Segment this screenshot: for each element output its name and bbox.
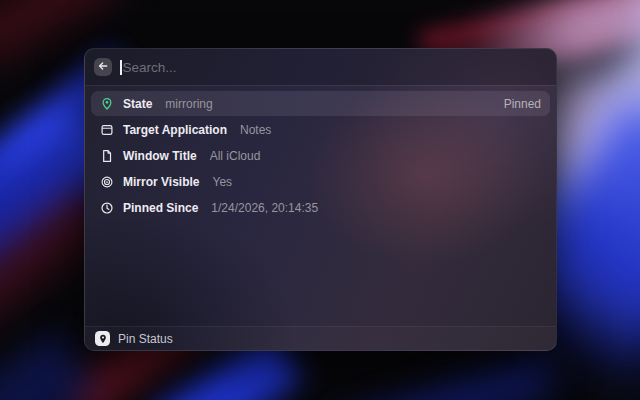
list-item-target-application[interactable]: Target Application Notes xyxy=(91,117,550,142)
pinned-badge: Pinned xyxy=(504,97,541,111)
location-pin-icon xyxy=(100,97,114,111)
list-item-pinned-since[interactable]: Pinned Since 1/24/2026, 20:14:35 xyxy=(91,195,550,220)
item-title: State xyxy=(123,97,152,111)
document-icon xyxy=(100,149,114,163)
extension-name: Pin Status xyxy=(118,332,173,346)
text-caret xyxy=(120,60,122,75)
footer-bar: Pin Status xyxy=(85,327,556,350)
search-field-wrap xyxy=(120,49,547,85)
clock-icon xyxy=(100,201,114,215)
screen: State mirroring Pinned Target Applicatio… xyxy=(0,0,640,400)
list-item-mirror-visible[interactable]: Mirror Visible Yes xyxy=(91,169,550,194)
item-title: Pinned Since xyxy=(123,201,198,215)
launcher-window: State mirroring Pinned Target Applicatio… xyxy=(84,48,557,351)
item-title: Target Application xyxy=(123,123,227,137)
detail-list: State mirroring Pinned Target Applicatio… xyxy=(85,86,556,326)
item-value: 1/24/2026, 20:14:35 xyxy=(211,201,318,215)
search-header xyxy=(85,49,556,85)
wallpaper-streak xyxy=(329,352,556,400)
app-window-icon xyxy=(100,123,114,137)
eye-icon xyxy=(100,175,114,189)
search-input[interactable] xyxy=(123,60,548,75)
list-item-state[interactable]: State mirroring Pinned xyxy=(91,91,550,116)
item-value: mirroring xyxy=(165,97,212,111)
item-title: Mirror Visible xyxy=(123,175,199,189)
list-item-window-title[interactable]: Window Title All iCloud xyxy=(91,143,550,168)
back-button[interactable] xyxy=(94,58,112,76)
item-title: Window Title xyxy=(123,149,197,163)
pin-app-icon xyxy=(95,331,110,346)
item-value: Yes xyxy=(212,175,232,189)
item-value: All iCloud xyxy=(210,149,261,163)
arrow-left-icon xyxy=(97,58,109,76)
item-value: Notes xyxy=(240,123,271,137)
